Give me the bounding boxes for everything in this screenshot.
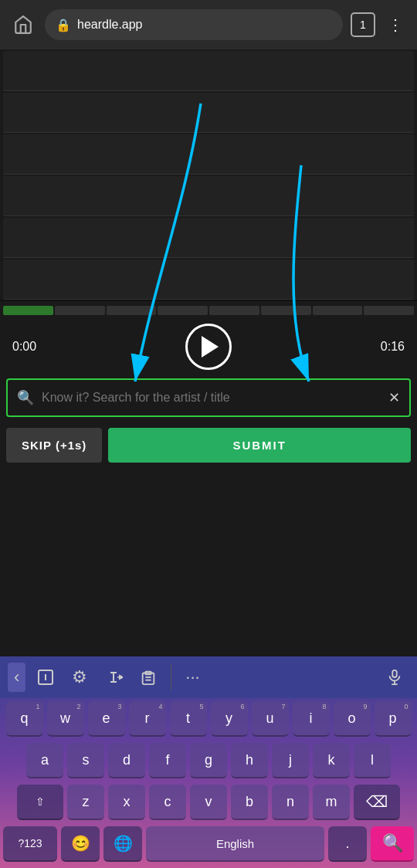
key-x[interactable]: x [108, 785, 145, 820]
guess-row [3, 93, 414, 133]
progress-segment [107, 306, 157, 315]
key-u[interactable]: u7 [252, 701, 289, 737]
menu-icon[interactable]: ⋮ [383, 12, 408, 37]
home-icon[interactable] [9, 11, 37, 39]
keyboard-clipboard-icon[interactable] [134, 664, 163, 690]
key-i[interactable]: i8 [293, 701, 330, 737]
search-bar-wrap: 🔍 ✕ [0, 374, 417, 422]
keyboard-cursor-icon[interactable] [30, 663, 61, 691]
guess-row [3, 259, 414, 300]
keyboard-bottom-row: ?123 😊 🌐 English . 🔍 [0, 826, 417, 868]
search-input[interactable] [42, 391, 381, 405]
key-z[interactable]: z [67, 785, 104, 820]
keyboard-back-button[interactable]: ‹ [8, 663, 25, 692]
backspace-key[interactable]: ⌫ [354, 785, 400, 820]
key-d[interactable]: d [108, 743, 145, 778]
key-v[interactable]: v [190, 785, 227, 820]
keyboard-row-3: ⇧ z x c v b n m ⌫ [3, 785, 414, 820]
progress-segment [364, 306, 414, 315]
search-bar[interactable]: 🔍 ✕ [6, 378, 411, 417]
key-o[interactable]: o9 [334, 701, 371, 737]
search-icon: 🔍 [17, 389, 34, 406]
key-j[interactable]: j [272, 743, 309, 778]
submit-button[interactable]: SUBMIT [108, 428, 411, 463]
key-l[interactable]: l [354, 743, 391, 778]
key-q[interactable]: q1 [6, 701, 43, 737]
player-row: 0:00 0:16 [0, 320, 417, 374]
globe-key[interactable]: 🌐 [103, 826, 142, 862]
search-submit-key[interactable]: 🔍 [371, 826, 414, 862]
progress-bar [0, 301, 417, 320]
browser-bar: 🔒 heardle.app 1 ⋮ [0, 0, 417, 49]
key-a[interactable]: a [26, 743, 63, 778]
guess-row [3, 51, 414, 91]
key-g[interactable]: g [190, 743, 227, 778]
key-m[interactable]: m [313, 785, 350, 820]
keyboard-mic-icon[interactable] [380, 664, 409, 690]
skip-button[interactable]: SKIP (+1s) [6, 428, 102, 463]
guess-row [3, 176, 414, 216]
key-b[interactable]: b [231, 785, 268, 820]
keyboard-settings-icon[interactable]: ⚙ [66, 663, 93, 692]
action-row: SKIP (+1s) SUBMIT [0, 422, 417, 469]
progress-segment [3, 306, 53, 315]
symbols-key[interactable]: ?123 [3, 826, 57, 862]
space-key[interactable]: English [146, 826, 324, 862]
url-text: heardle.app [77, 18, 143, 32]
guess-row [3, 134, 414, 175]
keyboard-text-cursor-icon[interactable] [98, 663, 129, 691]
period-key[interactable]: . [328, 826, 367, 862]
key-s[interactable]: s [67, 743, 104, 778]
svg-rect-12 [392, 670, 397, 677]
key-r[interactable]: r4 [129, 701, 166, 737]
time-start: 0:00 [12, 340, 36, 354]
game-area: 0:00 0:16 🔍 ✕ SKIP (+1s) SUBMIT [0, 51, 417, 469]
key-f[interactable]: f [149, 743, 186, 778]
progress-segment [55, 306, 105, 315]
key-p[interactable]: p0 [375, 701, 412, 737]
progress-segment [209, 306, 259, 315]
clear-icon[interactable]: ✕ [388, 389, 400, 406]
progress-segment [313, 306, 363, 315]
progress-segment [261, 306, 311, 315]
key-k[interactable]: k [313, 743, 350, 778]
keyboard-row-1: q1 w2 e3 r4 t5 y6 u7 i8 o9 p0 [3, 701, 414, 737]
keyboard-row-2: a s d f g h j k l [3, 743, 414, 778]
key-h[interactable]: h [231, 743, 268, 778]
key-n[interactable]: n [272, 785, 309, 820]
guess-rows [0, 51, 417, 300]
keyboard-more-icon[interactable]: ··· [179, 663, 205, 692]
key-e[interactable]: e3 [88, 701, 125, 737]
lock-icon: 🔒 [56, 18, 71, 32]
keyboard: ‹ ⚙ ··· [0, 656, 417, 868]
guess-row [3, 218, 414, 258]
key-c[interactable]: c [149, 785, 186, 820]
url-bar[interactable]: 🔒 heardle.app [45, 9, 343, 40]
shift-key[interactable]: ⇧ [17, 785, 63, 820]
time-end: 0:16 [381, 340, 405, 354]
tab-count[interactable]: 1 [351, 12, 375, 37]
emoji-key[interactable]: 😊 [61, 826, 100, 862]
keyboard-toolbar: ‹ ⚙ ··· [0, 656, 417, 698]
play-icon [202, 336, 219, 358]
svg-marker-7 [120, 676, 123, 679]
key-t[interactable]: t5 [170, 701, 207, 737]
keyboard-separator [171, 664, 171, 690]
keyboard-keys: q1 w2 e3 r4 t5 y6 u7 i8 o9 p0 a s d f g … [0, 698, 417, 820]
play-button[interactable] [185, 324, 232, 370]
progress-segment [158, 306, 208, 315]
key-y[interactable]: y6 [211, 701, 248, 737]
key-w[interactable]: w2 [47, 701, 84, 737]
